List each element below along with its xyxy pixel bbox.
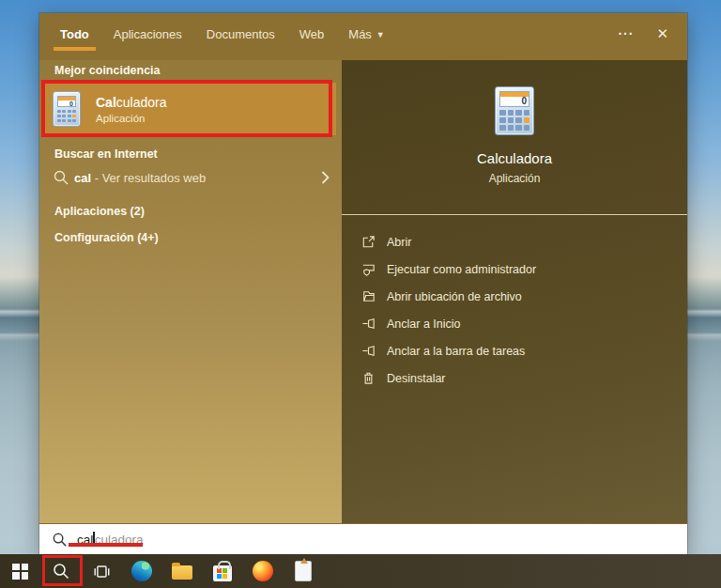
windows-logo-icon (12, 564, 28, 580)
edge-icon (131, 561, 152, 581)
close-button[interactable]: ✕ (647, 25, 672, 42)
best-match-header: Mejor coincidencia (54, 64, 161, 77)
search-icon (52, 532, 68, 548)
results-list: Mejor coincidencia 0 Calculadora Aplicac… (39, 60, 342, 523)
taskbar-search-button[interactable] (40, 554, 81, 588)
settings-group-header[interactable]: Configuración (4+) (54, 231, 159, 244)
file-location-icon (360, 288, 376, 304)
pin-to-start-icon (360, 316, 376, 332)
action-label: Ejecutar como administrador (387, 263, 536, 276)
preview-app-title: Calculadora (477, 150, 552, 166)
pin-to-taskbar-icon (360, 343, 376, 359)
action-label: Anclar a la barra de tareas (387, 345, 525, 358)
run-as-admin-icon (360, 261, 376, 277)
task-view-icon (92, 562, 111, 580)
taskbar (0, 554, 721, 588)
task-view-button[interactable] (81, 554, 121, 588)
autocomplete-suggestion: culadora (95, 533, 144, 547)
taskbar-edge-button[interactable] (121, 554, 161, 588)
rest-text: culadora (116, 95, 167, 110)
action-label: Abrir ubicación de archivo (387, 290, 522, 303)
action-open-file-location[interactable]: Abrir ubicación de archivo (360, 283, 687, 310)
chevron-down-icon: ▼ (376, 30, 385, 39)
action-pin-to-start[interactable]: Anclar a Inicio (360, 310, 687, 337)
taskbar-firefox-button[interactable] (242, 554, 283, 588)
preview-pane: 0 Calculadora Aplicación Abrir Ejecutar … (342, 60, 687, 523)
search-filter-tabbar: Todo Aplicaciones Documentos Web Más▼ ··… (39, 13, 687, 60)
action-label: Abrir (387, 236, 411, 249)
taskbar-photos-button[interactable] (283, 554, 323, 588)
app-preview: 0 Calculadora Aplicación (342, 60, 687, 214)
windows-search-panel: Todo Aplicaciones Documentos Web Más▼ ··… (39, 13, 687, 554)
app-actions-list: Abrir Ejecutar como administrador Abrir … (342, 215, 687, 392)
typed-text: cal (77, 533, 93, 547)
calculator-app-icon: 0 (53, 91, 81, 127)
tab-todo[interactable]: Todo (60, 27, 89, 41)
tab-mas-label: Más (348, 27, 372, 41)
taskbar-file-explorer-button[interactable] (161, 554, 202, 588)
search-icon (52, 562, 70, 580)
taskbar-store-button[interactable] (202, 554, 242, 588)
web-search-text: cal - Ver resultados web (74, 171, 206, 185)
tab-mas[interactable]: Más▼ (348, 27, 384, 41)
action-label: Anclar a Inicio (387, 317, 461, 331)
best-match-subtitle: Aplicación (96, 113, 167, 124)
firefox-icon (253, 561, 273, 581)
preview-app-subtitle: Aplicación (489, 172, 541, 185)
microsoft-store-icon (213, 565, 232, 581)
action-run-as-admin[interactable]: Ejecutar como administrador (360, 255, 687, 283)
web-search-result-row[interactable]: cal - Ver resultados web (39, 160, 342, 195)
web-search-header: Buscar en Internet (54, 147, 158, 161)
action-pin-to-taskbar[interactable]: Anclar a la barra de tareas (360, 337, 687, 364)
photos-app-icon (295, 561, 312, 581)
matched-text: cal (74, 171, 91, 185)
file-explorer-icon (172, 565, 192, 580)
chevron-right-icon[interactable] (320, 169, 330, 186)
action-open[interactable]: Abrir (360, 228, 687, 255)
apps-group-header[interactable]: Aplicaciones (2) (54, 205, 145, 218)
matched-text: Cal (96, 95, 116, 110)
open-icon (360, 234, 376, 250)
best-match-result-calculadora[interactable]: 0 Calculadora Aplicación (43, 83, 336, 135)
tab-aplicaciones[interactable]: Aplicaciones (114, 27, 182, 41)
tab-documentos[interactable]: Documentos (207, 27, 275, 41)
rest-text: - Ver resultados web (91, 171, 206, 185)
search-query-text: cal culadora (77, 532, 144, 547)
options-ellipsis-button[interactable]: ··· (605, 26, 647, 41)
search-icon (53, 169, 69, 186)
search-panel-content: Mejor coincidencia 0 Calculadora Aplicac… (39, 60, 687, 523)
best-match-text: Calculadora Aplicación (96, 95, 167, 124)
tab-web[interactable]: Web (299, 27, 325, 41)
action-label: Desinstalar (387, 372, 446, 385)
uninstall-icon (360, 370, 376, 386)
start-button[interactable] (0, 554, 40, 588)
search-input[interactable]: cal culadora (39, 523, 687, 554)
active-tab-indicator (54, 47, 96, 51)
calculator-app-icon-large: 0 (495, 86, 534, 135)
action-uninstall[interactable]: Desinstalar (360, 364, 687, 392)
